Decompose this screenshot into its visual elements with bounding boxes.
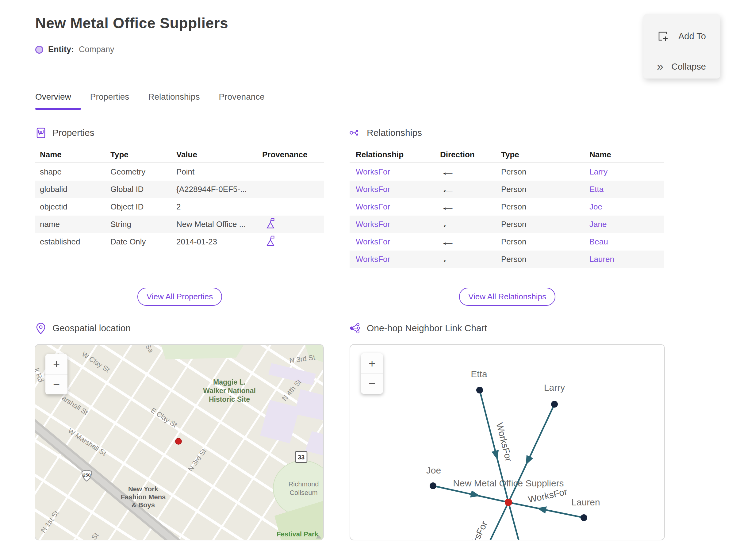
map-location-marker[interactable] — [175, 438, 182, 444]
prop-value: 2 — [176, 202, 262, 212]
prop-name: shape — [40, 167, 110, 177]
direction-arrow-icon: ← — [440, 167, 456, 177]
one-hop-icon — [349, 322, 361, 334]
rel-entity-link[interactable]: Etta — [589, 185, 664, 194]
node-lauren[interactable] — [581, 514, 587, 521]
col-name: Name — [589, 150, 664, 159]
entity-label: Entity: — [48, 45, 74, 54]
map-attribution-toggle-icon[interactable] — [316, 535, 321, 539]
svg-text:250: 250 — [83, 472, 90, 478]
svg-text:Walker National: Walker National — [203, 387, 256, 395]
relationships-icon — [349, 127, 361, 139]
rel-type: Person — [501, 167, 589, 177]
one-hop-link-chart[interactable]: WorksFor WorksFor WorksFor Etta Larry Jo… — [350, 344, 665, 540]
prop-type: Geometry — [110, 167, 176, 177]
provenance-flag-icon[interactable] — [266, 217, 275, 229]
tab-properties[interactable]: Properties — [90, 92, 129, 110]
floating-actions-card: Add To » Collapse — [643, 14, 720, 79]
map-zoom-in-button[interactable]: + — [45, 354, 67, 374]
link-chart-canvas[interactable]: WorksFor WorksFor WorksFor Etta Larry Jo… — [350, 345, 665, 540]
relationship-link[interactable]: WorksFor — [356, 237, 440, 247]
prop-value: Point — [176, 167, 262, 177]
properties-section-title: Properties — [52, 128, 94, 138]
collapse-icon: » — [657, 61, 662, 72]
prop-name: globalid — [40, 185, 110, 194]
svg-text:New York: New York — [128, 485, 159, 493]
node-larry[interactable] — [551, 401, 558, 408]
view-all-relationships-button[interactable]: View All Relationships — [459, 288, 555, 306]
rel-type: Person — [501, 237, 589, 247]
col-relationship: Relationship — [356, 150, 440, 159]
tab-overview[interactable]: Overview — [35, 92, 71, 110]
svg-text:Richmond: Richmond — [288, 480, 319, 488]
collapse-label: Collapse — [671, 62, 706, 72]
park-label: Festival Park — [277, 530, 319, 538]
relationships-table-header: Relationship Direction Type Name — [350, 147, 664, 163]
table-row: WorksFor ← Person Etta — [350, 181, 664, 198]
map-zoom-out-button[interactable]: − — [45, 374, 67, 394]
relationships-section-title: Relationships — [367, 128, 422, 138]
rel-type: Person — [501, 255, 589, 264]
map-green-area — [161, 345, 244, 359]
node-etta[interactable] — [476, 387, 483, 393]
prop-value: 2014-01-23 — [176, 237, 262, 247]
svg-text:Maggie L.: Maggie L. — [213, 378, 246, 386]
svg-text:Historic Site: Historic Site — [209, 395, 250, 403]
add-to-button[interactable]: Add To — [657, 30, 706, 42]
node-label-center: New Metal Office Suppliers — [453, 478, 564, 488]
node-label-lauren: Lauren — [571, 497, 600, 507]
svg-text:33: 33 — [298, 454, 305, 461]
linkchart-section-header: One-hop Neighbor Link Chart — [349, 322, 487, 334]
map-zoom-control: + − — [45, 354, 67, 394]
node-joe[interactable] — [430, 482, 436, 489]
entity-type-row: Entity: Company — [35, 45, 114, 54]
col-type: Type — [110, 150, 176, 159]
entity-type-value: Company — [79, 45, 114, 54]
table-row: WorksFor ← Person Larry — [350, 163, 664, 181]
properties-section-header: Properties — [35, 127, 94, 139]
col-provenance: Provenance — [262, 150, 324, 159]
linkchart-section-title: One-hop Neighbor Link Chart — [367, 323, 487, 333]
rel-entity-link[interactable]: Larry — [589, 167, 664, 177]
direction-arrow-icon: ← — [440, 219, 456, 230]
geospatial-section-title: Geospatial location — [52, 323, 131, 333]
prop-value: {A228944F-0EF5-... — [176, 185, 262, 194]
relationships-table: Relationship Direction Type Name WorksFo… — [350, 147, 664, 268]
provenance-flag-icon[interactable] — [266, 235, 275, 247]
relationship-link[interactable]: WorksFor — [356, 255, 440, 264]
properties-table-header: Name Type Value Provenance — [35, 147, 324, 163]
table-row: WorksFor ← Person Jane — [350, 216, 664, 233]
relationship-link[interactable]: WorksFor — [356, 185, 440, 194]
relationship-link[interactable]: WorksFor — [356, 202, 440, 212]
rel-entity-link[interactable]: Lauren — [589, 255, 664, 264]
entity-type-badge-icon — [35, 46, 43, 54]
edge-label: WorksFor — [463, 520, 489, 540]
col-type: Type — [501, 150, 589, 159]
prop-type: String — [110, 220, 176, 229]
node-center-entity[interactable] — [505, 499, 512, 506]
view-all-properties-button[interactable]: View All Properties — [137, 288, 222, 306]
map-canvas[interactable]: W Clay St E Clay St arshall St W Marshal… — [35, 345, 324, 540]
table-row: WorksFor ← Person Lauren — [350, 251, 664, 268]
relationship-link[interactable]: WorksFor — [356, 167, 440, 177]
col-value: Value — [176, 150, 262, 159]
geospatial-map[interactable]: W Clay St E Clay St arshall St W Marshal… — [35, 344, 324, 540]
tab-relationships[interactable]: Relationships — [148, 92, 200, 110]
col-name: Name — [40, 150, 110, 159]
chart-edges — [433, 390, 584, 540]
chart-zoom-out-button[interactable]: − — [361, 374, 383, 394]
tab-provenance[interactable]: Provenance — [219, 92, 264, 110]
col-direction: Direction — [440, 150, 501, 159]
collapse-button[interactable]: » Collapse — [657, 61, 706, 72]
rel-entity-link[interactable]: Jane — [589, 220, 664, 229]
table-row: WorksFor ← Person Beau — [350, 233, 664, 251]
chart-zoom-in-button[interactable]: + — [361, 353, 383, 374]
rel-entity-link[interactable]: Joe — [589, 202, 664, 212]
edge-label: WorksFor — [527, 486, 568, 504]
direction-arrow-icon: ← — [440, 202, 456, 212]
rel-entity-link[interactable]: Beau — [589, 237, 664, 247]
node-label-joe: Joe — [426, 465, 441, 475]
direction-arrow-icon: ← — [440, 254, 456, 265]
relationship-link[interactable]: WorksFor — [356, 220, 440, 229]
prop-name: objectid — [40, 202, 110, 212]
